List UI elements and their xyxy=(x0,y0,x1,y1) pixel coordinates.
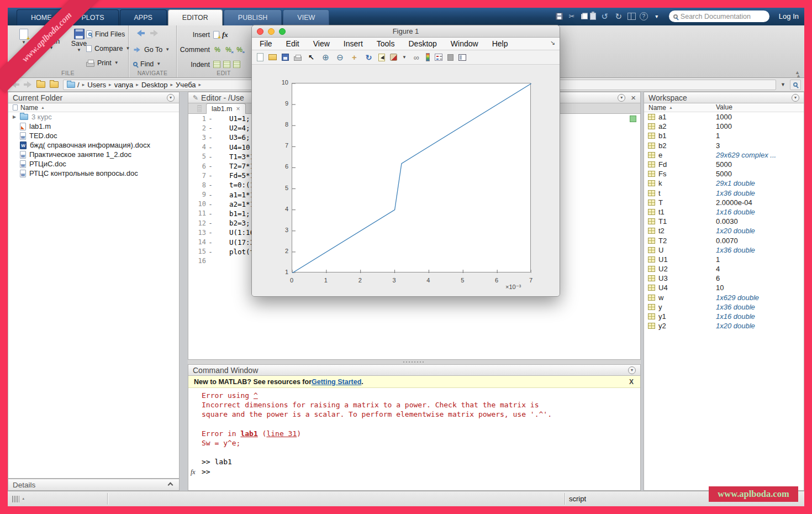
maximize-window-icon[interactable] xyxy=(279,28,286,35)
menu-help[interactable]: Help xyxy=(492,39,508,48)
file-row[interactable]: TED.doc xyxy=(8,131,179,140)
tab-apps[interactable]: APPS xyxy=(120,9,167,25)
breadcrumb-segment[interactable]: / xyxy=(77,81,80,89)
workspace-row[interactable]: a21000 xyxy=(644,122,804,131)
figure-window[interactable]: Figure 1 FileEditViewInsertToolsDesktopW… xyxy=(251,25,560,297)
panel-menu-icon[interactable]: ▾ xyxy=(618,94,625,102)
scroll-up-icon[interactable]: ▲ xyxy=(796,73,801,78)
file-row[interactable]: Практическое занятие 1_2.doc xyxy=(8,150,179,159)
breadcrumb-segment[interactable]: Users xyxy=(87,81,106,89)
tab-editor[interactable]: EDITOR xyxy=(168,9,223,25)
workspace-row[interactable]: y21x20 double xyxy=(644,321,804,331)
compare-button[interactable]: Compare ▼ xyxy=(86,41,130,56)
workspace-row[interactable]: T2.0000e-04 xyxy=(644,198,804,207)
copy-icon[interactable] xyxy=(581,14,586,19)
link-plot-icon[interactable]: ∞ xyxy=(412,53,421,62)
minimize-window-icon[interactable] xyxy=(268,28,275,35)
tab-view[interactable]: VIEW xyxy=(283,9,329,25)
workspace-row[interactable]: U410 xyxy=(644,283,804,292)
menu-file[interactable]: File xyxy=(260,39,272,48)
text-segment[interactable]: lab1 xyxy=(240,429,257,438)
workspace-row[interactable]: U1x36 double xyxy=(644,245,804,255)
dropdown-icon[interactable]: ▾ xyxy=(652,12,662,21)
window-layout-icon[interactable] xyxy=(628,13,636,20)
login-button[interactable]: Log In xyxy=(779,12,799,20)
workspace-row[interactable]: t11x16 double xyxy=(644,207,804,217)
menu-tools[interactable]: Tools xyxy=(377,39,395,48)
brush-icon[interactable] xyxy=(390,54,397,61)
workspace-row[interactable]: b23 xyxy=(644,141,804,150)
workspace-row[interactable]: k29x1 double xyxy=(644,179,804,188)
workspace-row[interactable]: e29x629 complex ... xyxy=(644,150,804,160)
details-panel-header[interactable]: Details xyxy=(8,479,180,491)
breadcrumb-segment[interactable]: Desktop xyxy=(141,81,168,89)
text-segment[interactable]: ^ xyxy=(254,391,258,400)
help-icon[interactable]: ? xyxy=(640,12,648,20)
insert-legend-icon[interactable] xyxy=(435,54,442,61)
workspace-row[interactable]: T20.0070 xyxy=(644,235,804,245)
save-icon[interactable] xyxy=(556,13,563,20)
workspace-row[interactable]: U36 xyxy=(644,274,804,283)
insert-section-icon[interactable] xyxy=(213,31,219,39)
insert-colorbar-icon[interactable] xyxy=(426,53,430,61)
workspace-row[interactable]: a11000 xyxy=(644,112,804,122)
tab-lab1[interactable]: lab1.m × xyxy=(206,103,246,114)
panel-menu-icon[interactable]: ▾ xyxy=(167,94,175,102)
forward-icon[interactable] xyxy=(24,81,32,88)
find-files-button[interactable]: Find Files xyxy=(86,27,130,41)
file-row[interactable]: lab1.m xyxy=(8,122,179,131)
pan-icon[interactable]: + xyxy=(350,53,359,62)
print-figure-icon[interactable] xyxy=(294,56,302,61)
figure-titlebar[interactable]: Figure 1 xyxy=(252,25,560,38)
data-cursor-icon[interactable] xyxy=(378,54,385,61)
horizontal-splitter[interactable] xyxy=(188,360,641,364)
resize-grip-icon[interactable] xyxy=(12,496,19,502)
file-row[interactable]: РТЦС контрольные вопросы.doc xyxy=(8,169,179,178)
getting-started-link[interactable]: Getting Started xyxy=(312,378,361,386)
file-column-header[interactable]: Name ▲ xyxy=(8,103,179,112)
workspace-row[interactable]: t21x20 double xyxy=(644,226,804,235)
pointer-icon[interactable]: ↖ xyxy=(307,53,316,62)
menu-desktop[interactable]: Desktop xyxy=(408,39,436,48)
smart-indent-icon[interactable] xyxy=(213,61,220,68)
breadcrumb-segment[interactable]: Учеба xyxy=(176,81,196,89)
menu-insert[interactable]: Insert xyxy=(344,39,363,48)
text-segment[interactable]: line 31 xyxy=(266,429,297,438)
workspace-row[interactable]: Fs5000 xyxy=(644,169,804,179)
workspace-row[interactable]: w1x629 double xyxy=(644,293,804,302)
comment-icon[interactable]: % xyxy=(213,46,222,54)
code-analyzer-indicator[interactable] xyxy=(630,116,636,122)
workspace-row[interactable]: y11x16 double xyxy=(644,312,804,321)
zoom-in-icon[interactable]: ⊕ xyxy=(321,53,330,62)
print-button[interactable]: Print ▼ xyxy=(86,56,130,70)
workspace-column-header[interactable]: Name ▲ Value xyxy=(644,103,804,112)
paste-icon[interactable] xyxy=(590,13,596,20)
panel-menu-icon[interactable]: ▾ xyxy=(792,94,799,102)
file-row[interactable]: бжд( справочная информация).docx xyxy=(8,140,179,150)
file-row[interactable]: ▶3 курс xyxy=(8,112,179,122)
workspace-row[interactable]: U11 xyxy=(644,255,804,264)
command-output[interactable]: Error using ^Incorrect dimensions for ra… xyxy=(188,388,640,490)
menu-window[interactable]: Window xyxy=(451,39,478,48)
menu-view[interactable]: View xyxy=(313,39,330,48)
goto-button[interactable]: Go To ▼ xyxy=(133,43,170,57)
hide-plot-tools-icon[interactable] xyxy=(447,54,454,61)
search-documentation-box[interactable]: Search Documentation xyxy=(669,11,769,22)
dropdown-arrow-icon[interactable]: ▼ xyxy=(402,55,407,60)
open-file-icon[interactable] xyxy=(268,54,277,60)
forward-arrow-icon[interactable] xyxy=(150,30,159,36)
tab-grip-icon[interactable] xyxy=(197,105,202,112)
wrap-comments-icon[interactable]: %» xyxy=(235,46,244,54)
new-figure-icon[interactable] xyxy=(257,53,263,61)
insert-function-icon[interactable]: fx xyxy=(222,30,228,39)
close-banner-icon[interactable]: X xyxy=(629,378,634,386)
collapse-chevron-icon[interactable] xyxy=(168,482,173,487)
indent-right-icon[interactable] xyxy=(223,61,230,68)
browse-folder-icon[interactable] xyxy=(50,81,59,88)
close-window-icon[interactable] xyxy=(257,28,263,35)
close-panel-icon[interactable]: × xyxy=(631,94,636,102)
breadcrumb-segment[interactable]: vanya xyxy=(114,81,134,89)
file-row[interactable]: РТЦиС.doc xyxy=(8,159,179,169)
search-folder-button[interactable] xyxy=(790,80,801,90)
path-dropdown-icon[interactable]: ▼ xyxy=(781,82,785,87)
